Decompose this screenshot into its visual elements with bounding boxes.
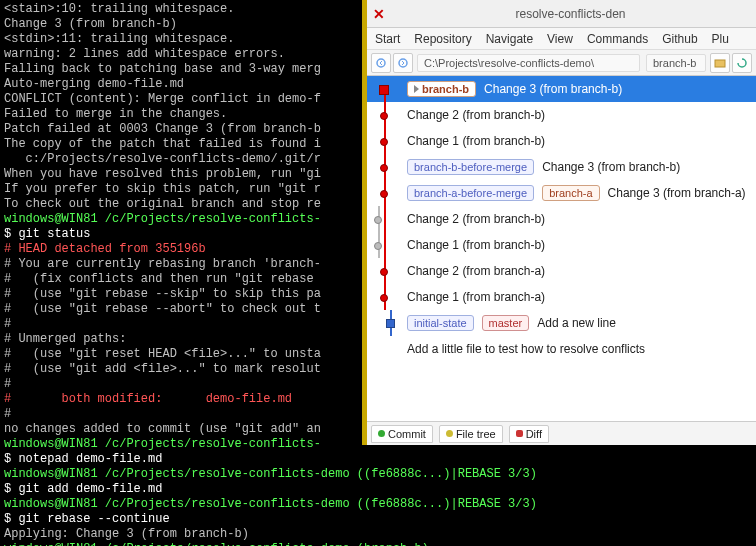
sync-button[interactable] xyxy=(732,53,752,73)
filetree-dot-icon xyxy=(446,430,453,437)
commit-message: Add a new line xyxy=(537,316,616,330)
ref-tag[interactable]: initial-state xyxy=(407,315,474,331)
menu-item-repository[interactable]: Repository xyxy=(414,32,471,46)
folder-button[interactable] xyxy=(710,53,730,73)
commit-message: Change 2 (from branch-a) xyxy=(407,264,545,278)
tab-diff[interactable]: Diff xyxy=(509,425,549,443)
graph-cell xyxy=(367,232,401,258)
ref-tag[interactable]: branch-a xyxy=(542,185,599,201)
graph-cell xyxy=(367,128,401,154)
commit-row[interactable]: branch-bChange 3 (from branch-b) xyxy=(367,76,756,102)
commit-row[interactable]: initial-statemasterAdd a new line xyxy=(367,310,756,336)
ref-tag[interactable]: master xyxy=(482,315,530,331)
git-toolbar: C:\Projects\resolve-conflicts-demo\ bran… xyxy=(367,50,756,76)
head-arrow-icon xyxy=(414,85,419,93)
commit-dot-icon xyxy=(378,430,385,437)
terminal-line: $ git add demo-file.md xyxy=(4,482,752,497)
commit-message: Change 2 (from branch-b) xyxy=(407,212,545,226)
commit-row[interactable]: Change 1 (from branch-b) xyxy=(367,128,756,154)
commit-row[interactable]: Change 2 (from branch-b) xyxy=(367,206,756,232)
menu-item-view[interactable]: View xyxy=(547,32,573,46)
git-menubar: StartRepositoryNavigateViewCommandsGithu… xyxy=(367,28,756,50)
graph-cell xyxy=(367,336,401,362)
commit-message: Change 1 (from branch-b) xyxy=(407,238,545,252)
commit-row[interactable]: branch-b-before-mergeChange 3 (from bran… xyxy=(367,154,756,180)
menu-item-commands[interactable]: Commands xyxy=(587,32,648,46)
nav-forward-button[interactable] xyxy=(393,53,413,73)
commit-log[interactable]: branch-bChange 3 (from branch-b)Change 2… xyxy=(367,76,756,421)
tab-diff-label: Diff xyxy=(526,428,542,440)
svg-point-0 xyxy=(377,59,385,67)
graph-cell xyxy=(367,206,401,232)
commit-message: Change 1 (from branch-a) xyxy=(407,290,545,304)
graph-cell xyxy=(367,76,401,102)
ref-tag[interactable]: branch-a-before-merge xyxy=(407,185,534,201)
menu-item-plu[interactable]: Plu xyxy=(712,32,729,46)
branch-name[interactable]: branch-b xyxy=(646,54,706,72)
repo-path[interactable]: C:\Projects\resolve-conflicts-demo\ xyxy=(417,54,640,72)
tab-filetree-label: File tree xyxy=(456,428,496,440)
menu-item-start[interactable]: Start xyxy=(375,32,400,46)
window-title: resolve-conflicts-den xyxy=(391,7,750,21)
terminal-line: windows@WIN81 /c/Projects/resolve-confli… xyxy=(4,497,752,512)
graph-cell xyxy=(367,258,401,284)
commit-row[interactable]: Change 1 (from branch-a) xyxy=(367,284,756,310)
svg-rect-2 xyxy=(715,60,725,67)
menu-item-github[interactable]: Github xyxy=(662,32,697,46)
ref-tag[interactable]: branch-b xyxy=(407,81,476,97)
tab-commit[interactable]: Commit xyxy=(371,425,433,443)
commit-message: Change 3 (from branch-a) xyxy=(608,186,746,200)
commit-message: Change 2 (from branch-b) xyxy=(407,108,545,122)
commit-message: Change 1 (from branch-b) xyxy=(407,134,545,148)
tab-commit-label: Commit xyxy=(388,428,426,440)
commit-message: Change 3 (from branch-b) xyxy=(484,82,622,96)
commit-row[interactable]: Change 1 (from branch-b) xyxy=(367,232,756,258)
nav-back-button[interactable] xyxy=(371,53,391,73)
graph-cell xyxy=(367,284,401,310)
commit-message: Add a little file to test how to resolve… xyxy=(407,342,645,356)
graph-cell xyxy=(367,102,401,128)
terminal-line: windows@WIN81 /c/Projects/resolve-confli… xyxy=(4,467,752,482)
commit-row[interactable]: Change 2 (from branch-b) xyxy=(367,102,756,128)
terminal-line: Applying: Change 3 (from branch-b) xyxy=(4,527,752,542)
terminal-line: $ notepad demo-file.md xyxy=(4,452,752,467)
graph-cell xyxy=(367,154,401,180)
tab-file-tree[interactable]: File tree xyxy=(439,425,503,443)
ref-tag[interactable]: branch-b-before-merge xyxy=(407,159,534,175)
terminal-line: windows@WIN81 /c/Projects/resolve-confli… xyxy=(4,542,752,546)
commit-row[interactable]: branch-a-before-mergebranch-aChange 3 (f… xyxy=(367,180,756,206)
commit-row[interactable]: Change 2 (from branch-a) xyxy=(367,258,756,284)
git-client-window: ✕ resolve-conflicts-den StartRepositoryN… xyxy=(362,0,756,445)
git-titlebar: ✕ resolve-conflicts-den xyxy=(367,0,756,28)
svg-point-1 xyxy=(399,59,407,67)
app-logo-icon: ✕ xyxy=(373,6,385,22)
git-bottom-tabs: Commit File tree Diff xyxy=(367,421,756,445)
graph-cell xyxy=(367,180,401,206)
terminal-line: $ git rebase --continue xyxy=(4,512,752,527)
graph-cell xyxy=(367,310,401,336)
diff-dot-icon xyxy=(516,430,523,437)
menu-item-navigate[interactable]: Navigate xyxy=(486,32,533,46)
commit-row[interactable]: Add a little file to test how to resolve… xyxy=(367,336,756,362)
commit-message: Change 3 (from branch-b) xyxy=(542,160,680,174)
